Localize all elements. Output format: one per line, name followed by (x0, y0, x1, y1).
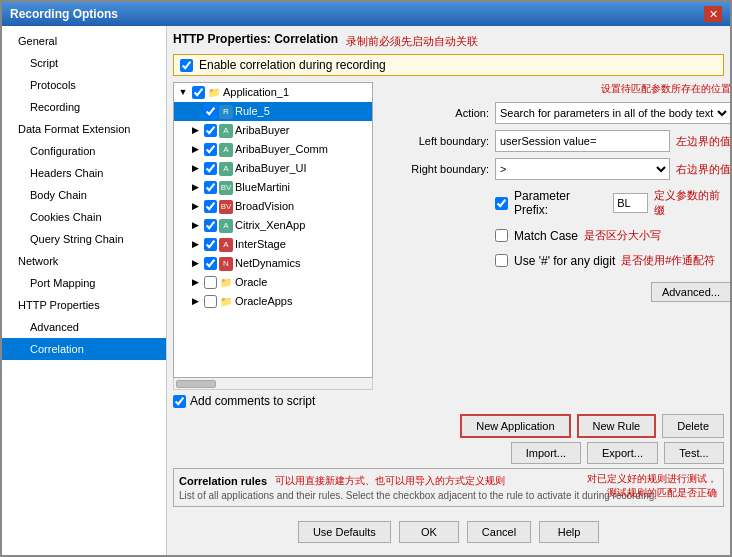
sidebar-item-advanced[interactable]: Advanced (2, 316, 166, 338)
tree-checkbox-aribubuyer[interactable] (204, 124, 217, 137)
tree-item-citrix[interactable]: ▶ A Citrix_XenApp (174, 216, 372, 235)
add-comments-label: Add comments to script (190, 394, 315, 408)
content-middle: ▼ 📁 Application_1 R Rule_5 (173, 82, 724, 390)
tree-checkbox-oracleapps[interactable] (204, 295, 217, 308)
folder-icon: 📁 (207, 86, 221, 100)
tree-item-aribubuyer-ui[interactable]: ▶ A AribaBuyer_UI (174, 159, 372, 178)
sidebar-item-configuration[interactable]: Configuration (2, 140, 166, 162)
right-boundary-select[interactable]: > (495, 158, 670, 180)
expander-icon[interactable]: ▶ (188, 276, 202, 290)
tree-item-oracleapps[interactable]: ▶ 📁 OracleApps (174, 292, 372, 311)
sidebar-item-recording[interactable]: Recording (2, 96, 166, 118)
expander-icon[interactable]: ▶ (188, 219, 202, 233)
import-button[interactable]: Import... (511, 442, 581, 464)
tree-checkbox-oracle[interactable] (204, 276, 217, 289)
left-boundary-row: Left boundary: 左边界的值 (379, 130, 730, 152)
cancel-button[interactable]: Cancel (467, 521, 531, 543)
expander-icon[interactable]: ▶ (188, 162, 202, 176)
expander-icon[interactable]: ▶ (188, 181, 202, 195)
app-icon: A (219, 124, 233, 138)
tree-item-app1[interactable]: ▼ 📁 Application_1 (174, 83, 372, 102)
tree-label-citrix: Citrix_XenApp (235, 217, 305, 234)
tree-item-aribubuyer[interactable]: ▶ A AribaBuyer (174, 121, 372, 140)
sidebar-item-data-format[interactable]: Data Format Extension (2, 118, 166, 140)
match-case-checkbox[interactable] (495, 229, 508, 242)
expander-icon[interactable]: ▶ (188, 238, 202, 252)
sidebar-item-network[interactable]: Network (2, 250, 166, 272)
tree-checkbox-app1[interactable] (192, 86, 205, 99)
annotation-position: 设置待匹配参数所存在的位置 (379, 82, 730, 96)
sidebar-item-http-props[interactable]: HTTP Properties (2, 294, 166, 316)
param-prefix-input[interactable] (613, 193, 648, 213)
new-rule-button[interactable]: New Rule (577, 414, 657, 438)
sidebar-item-general[interactable]: General (2, 30, 166, 52)
expander-icon[interactable]: ▶ (188, 124, 202, 138)
properties-panel: 设置待匹配参数所存在的位置 Action: Search for paramet… (379, 82, 730, 390)
tree-item-rule5[interactable]: R Rule_5 (174, 102, 372, 121)
sidebar-item-query-string[interactable]: Query String Chain (2, 228, 166, 250)
close-button[interactable]: ✕ (704, 6, 722, 22)
expander-icon[interactable]: ▶ (188, 200, 202, 214)
tree-item-netdynamics[interactable]: ▶ N NetDynamics (174, 254, 372, 273)
test-button[interactable]: Test... (664, 442, 724, 464)
use-hash-checkbox[interactable] (495, 254, 508, 267)
tree-checkbox-aribubuyer-comm[interactable] (204, 143, 217, 156)
tree-label-aribubuyer: AribaBuyer (235, 122, 289, 139)
sidebar-item-protocols[interactable]: Protocols (2, 74, 166, 96)
main-content: HTTP Properties: Correlation 录制前必须先启动自动关… (167, 26, 730, 555)
window-title: Recording Options (10, 7, 118, 21)
tree-checkbox-netdynamics[interactable] (204, 257, 217, 270)
tree-checkbox-aribubuyer-ui[interactable] (204, 162, 217, 175)
tree-label-app1: Application_1 (223, 84, 289, 101)
title-bar: Recording Options ✕ (2, 2, 730, 26)
new-application-button[interactable]: New Application (460, 414, 570, 438)
section-title: HTTP Properties: Correlation (173, 32, 338, 46)
expander-icon[interactable]: ▶ (188, 143, 202, 157)
left-boundary-input[interactable] (495, 130, 670, 152)
tree-label-rule5: Rule_5 (235, 103, 270, 120)
help-button[interactable]: Help (539, 521, 599, 543)
tree-checkbox-interstage[interactable] (204, 238, 217, 251)
app-tree[interactable]: ▼ 📁 Application_1 R Rule_5 (173, 82, 373, 378)
tree-item-oracle[interactable]: ▶ 📁 Oracle (174, 273, 372, 292)
right-boundary-row: Right boundary: > 右边界的值 (379, 158, 730, 180)
param-prefix-row: Parameter Prefix: 定义参数的前缀 (379, 186, 730, 220)
tree-checkbox-rule5[interactable] (204, 105, 217, 118)
use-hash-label: Use '#' for any digit (514, 254, 615, 268)
tree-label-oracle: Oracle (235, 274, 267, 291)
tree-item-interstage[interactable]: ▶ A InterStage (174, 235, 372, 254)
expander-icon[interactable]: ▼ (176, 86, 190, 100)
correlation-rules-annotation: 可以用直接新建方式、也可以用导入的方式定义规则 (275, 474, 505, 488)
param-prefix-checkbox[interactable] (495, 197, 508, 210)
test-annotation: 对已定义好的规则进行测试，测试规则的匹配是否正确 (587, 472, 717, 500)
tree-checkbox-bluemartini[interactable] (204, 181, 217, 194)
sidebar-item-port-mapping[interactable]: Port Mapping (2, 272, 166, 294)
tree-item-bluemartini[interactable]: ▶ BV BlueMartini (174, 178, 372, 197)
sidebar-item-body-chain[interactable]: Body Chain (2, 184, 166, 206)
sidebar-item-cookies-chain[interactable]: Cookies Chain (2, 206, 166, 228)
delete-button[interactable]: Delete (662, 414, 724, 438)
enable-correlation-checkbox[interactable] (180, 59, 193, 72)
ok-button[interactable]: OK (399, 521, 459, 543)
sidebar-item-headers-chain[interactable]: Headers Chain (2, 162, 166, 184)
tree-label-interstage: InterStage (235, 236, 286, 253)
export-button[interactable]: Export... (587, 442, 658, 464)
expander-icon[interactable]: ▶ (188, 295, 202, 309)
use-defaults-button[interactable]: Use Defaults (298, 521, 391, 543)
tree-checkbox-citrix[interactable] (204, 219, 217, 232)
add-comments-row: Add comments to script (173, 394, 724, 408)
advanced-button[interactable]: Advanced... (651, 282, 730, 302)
sidebar-item-script[interactable]: Script (2, 52, 166, 74)
tree-label-aribubuyer-comm: AribaBuyer_Comm (235, 141, 328, 158)
sidebar-item-correlation[interactable]: Correlation (2, 338, 166, 360)
app-icon: BV (219, 181, 233, 195)
tree-item-aribubuyer-comm[interactable]: ▶ A AribaBuyer_Comm (174, 140, 372, 159)
expander-icon[interactable]: ▶ (188, 257, 202, 271)
tree-checkbox-broadvision[interactable] (204, 200, 217, 213)
window-content: General Script Protocols Recording Data … (2, 26, 730, 555)
right-boundary-section: Right boundary: > 右边界的值 (379, 158, 730, 180)
action-select[interactable]: Search for parameters in all of the body… (495, 102, 730, 124)
tree-item-broadvision[interactable]: ▶ BV BroadVision (174, 197, 372, 216)
expander-icon (188, 105, 202, 119)
add-comments-checkbox[interactable] (173, 395, 186, 408)
